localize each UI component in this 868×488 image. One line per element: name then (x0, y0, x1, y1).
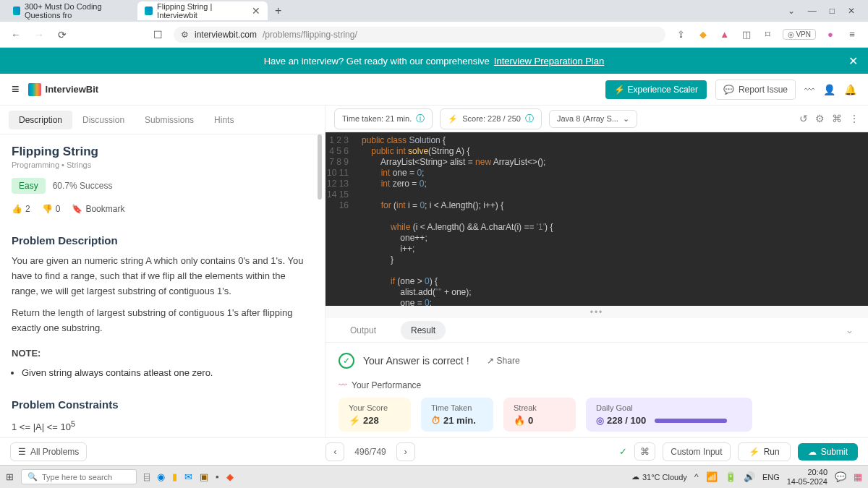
resize-handle[interactable]: ••• (326, 306, 868, 318)
streak-card: Streak 🔥0 (503, 398, 576, 432)
sidebar-icon[interactable]: ◫ (739, 29, 754, 40)
browser-tab-active[interactable]: Flipping String | Interviewbit ✕ (137, 1, 268, 20)
bell-icon[interactable]: 🔔 (844, 84, 856, 95)
vpn-badge[interactable]: ◎ VPN (783, 29, 816, 40)
os-taskbar: ⊞ 🔍 Type here to search ⌸ ◉ ▮ ✉ ▣ ▪ ◆ ☁ … (0, 465, 868, 488)
site-settings-icon[interactable]: ⚙ (181, 30, 189, 40)
app-icon[interactable]: ✉ (184, 471, 192, 482)
weather-widget[interactable]: ☁ 31°C Cloudy (631, 472, 687, 481)
problem-counter: 496/749 (354, 447, 386, 457)
report-issue-button[interactable]: 💬 Report Issue (715, 80, 796, 100)
window-controls: ⌄ — □ ✕ (788, 6, 862, 16)
window-min-icon[interactable]: — (808, 6, 817, 16)
experience-scaler-button[interactable]: ⚡ Experience Scaler (605, 80, 707, 99)
info-icon[interactable]: ⓘ (525, 113, 534, 125)
site-logo[interactable]: InterviewBit (28, 83, 99, 96)
share-button[interactable]: ↗ Share (487, 356, 520, 366)
tray-icon[interactable]: ▦ (854, 471, 862, 482)
close-banner-button[interactable]: ✕ (848, 54, 858, 68)
promo-banner: Have an interview? Get ready with our co… (0, 48, 868, 74)
window-chevron-icon[interactable]: ⌄ (788, 6, 795, 16)
window-max-icon[interactable]: □ (830, 6, 835, 16)
next-problem-button[interactable]: › (396, 442, 415, 461)
more-icon[interactable]: ⋮ (849, 113, 859, 124)
app-icon[interactable]: ▣ (200, 471, 208, 482)
app-icon[interactable]: ◆ (226, 471, 234, 482)
app-icon[interactable]: ▪ (216, 471, 219, 482)
downvote-button[interactable]: 👎 0 (42, 204, 61, 214)
app-icon[interactable]: ◉ (157, 471, 165, 482)
bolt-icon: ⚡ (614, 85, 625, 95)
tab-output[interactable]: Output (340, 321, 386, 340)
taskview-icon[interactable]: ⌸ (144, 471, 150, 482)
close-tab-icon[interactable]: ✕ (252, 5, 260, 17)
url-input[interactable]: ⚙ interviewbit.com/problems/flipping-str… (174, 27, 665, 43)
user-icon[interactable]: 👤 (823, 84, 835, 95)
correct-text: Your Answer is correct ! (363, 355, 469, 367)
keyboard-lang[interactable]: ENG (762, 473, 780, 481)
share-icon[interactable]: ⇪ (674, 29, 689, 40)
menu-icon[interactable]: ≡ (845, 29, 859, 40)
activity-icon[interactable]: 〰 (804, 84, 814, 95)
forward-button[interactable]: → (32, 27, 46, 42)
banner-link[interactable]: Interview Preparation Plan (494, 56, 604, 67)
tab-discussion[interactable]: Discussion (72, 111, 135, 129)
info-icon[interactable]: ⓘ (416, 113, 425, 125)
bookmark-icon[interactable]: ☐ (150, 27, 165, 42)
profile-icon[interactable]: ● (823, 29, 838, 40)
scrollbar[interactable] (318, 134, 322, 437)
sound-icon[interactable]: 🔊 (744, 471, 755, 482)
reload-button[interactable]: ⟳ (55, 27, 69, 42)
settings-icon[interactable]: ⚙ (815, 113, 825, 124)
code-editor[interactable]: 1 2 3 4 5 6 7 8 9 10 11 12 13 14 15 16 p… (326, 132, 868, 306)
problem-pane: Description Discussion Submissions Hints… (0, 106, 326, 437)
submit-button[interactable]: ☁Submit (798, 443, 858, 461)
new-tab-button[interactable]: + (269, 4, 287, 17)
bolt-icon: ⚡ (749, 447, 760, 457)
brand-name: InterviewBit (46, 84, 99, 95)
window-close-icon[interactable]: ✕ (848, 6, 855, 16)
difficulty-badge: Easy (12, 178, 46, 194)
language-select[interactable]: Java 8 (Array S...⌄ (549, 110, 637, 128)
start-icon[interactable]: ⊞ (6, 471, 14, 482)
reset-icon[interactable]: ↺ (799, 113, 808, 124)
hamburger-icon[interactable]: ≡ (12, 82, 20, 97)
banner-text: Have an interview? Get ready with our co… (264, 56, 490, 67)
wallet-icon[interactable]: ⌑ (761, 29, 775, 40)
time-card: Time Taken ⏱21 min. (421, 398, 493, 432)
goal-card: Daily Goal ◎ 228 / 100 (586, 398, 752, 432)
shield-icon[interactable]: ▲ (718, 29, 732, 40)
custom-input-button[interactable]: Custom Input (663, 442, 730, 461)
editor-toolbar: Time taken: 21 min.ⓘ ⚡ Score: 228 / 250ⓘ… (326, 106, 868, 132)
chevron-down-icon[interactable]: ⌄ (846, 325, 854, 335)
app-icon[interactable]: ▮ (172, 471, 177, 482)
upvote-button[interactable]: 👍 2 (12, 204, 30, 214)
tab-result[interactable]: Result (401, 321, 446, 340)
battery-icon[interactable]: 🔋 (725, 471, 736, 482)
all-problems-button[interactable]: ☰ All Problems (10, 442, 87, 461)
rewards-icon[interactable]: ◆ (696, 29, 710, 40)
chevron-up-icon[interactable]: ^ (694, 471, 699, 482)
status-check-icon: ✓ (619, 446, 627, 457)
bookmark-button[interactable]: 🔖 Bookmark (72, 204, 124, 214)
console-icon[interactable]: ⌘ (634, 442, 655, 461)
os-search-input[interactable]: 🔍 Type here to search (21, 469, 137, 484)
favicon-icon (145, 7, 153, 15)
browser-tab[interactable]: 300+ Must Do Coding Questions fro (6, 1, 136, 20)
prev-problem-button[interactable]: ‹ (326, 442, 344, 461)
check-circle-icon: ✓ (339, 353, 354, 369)
back-button[interactable]: ← (9, 27, 23, 42)
notifications-icon[interactable]: 💬 (835, 471, 846, 482)
tab-hints[interactable]: Hints (204, 111, 244, 129)
target-icon: ◎ (596, 415, 604, 426)
shortcut-icon[interactable]: ⌘ (832, 113, 842, 124)
tab-description[interactable]: Description (9, 111, 72, 129)
clock[interactable]: 20:40 14-05-2024 (787, 468, 827, 485)
tab-submissions[interactable]: Submissions (135, 111, 204, 129)
wifi-icon[interactable]: 📶 (706, 471, 718, 482)
bolt-icon: ⚡ (448, 114, 458, 124)
note-label: NOTE: (12, 346, 313, 361)
chat-icon: 💬 (723, 85, 734, 95)
run-button[interactable]: ⚡Run (738, 442, 791, 461)
upload-icon: ☁ (808, 447, 817, 457)
